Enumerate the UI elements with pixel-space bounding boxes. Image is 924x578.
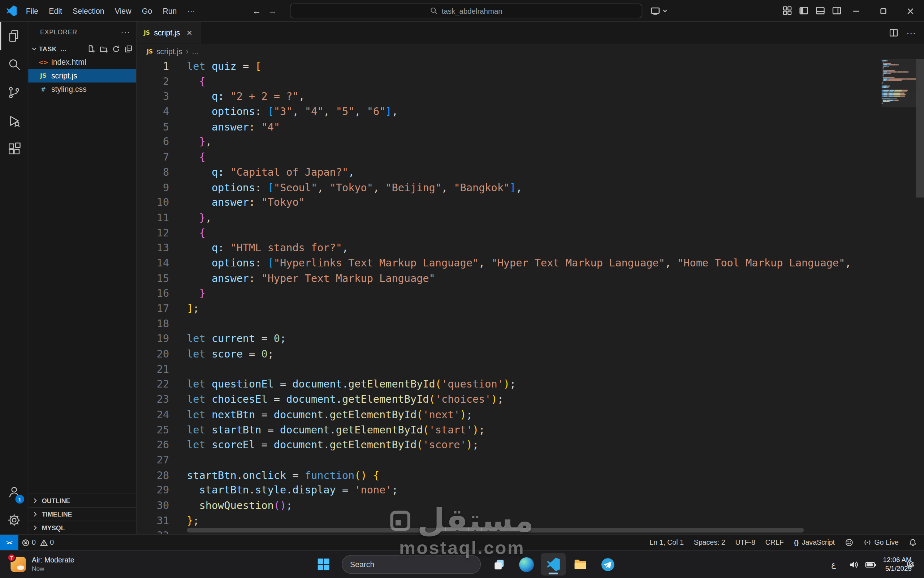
code-line-10[interactable]: 10 answer: "Tokyo" — [136, 195, 879, 210]
file-item-script.js[interactable]: JSscript.js — [28, 69, 136, 83]
code-line-22[interactable]: 22let questionEl = document.getElementBy… — [136, 377, 879, 392]
code-line-8[interactable]: 8 q: "Capital of Japan?", — [136, 165, 879, 180]
code-line-30[interactable]: 30 showQuestion(); — [136, 498, 879, 513]
code-line-12[interactable]: 12 { — [136, 226, 879, 241]
code-line-15[interactable]: 15 answer: "Hyper Text Markup Language" — [136, 271, 879, 286]
breadcrumb[interactable]: JS script.js › ... — [136, 44, 924, 59]
code-line-13[interactable]: 13 q: "HTML stands for?", — [136, 241, 879, 256]
split-editor-icon[interactable] — [889, 28, 898, 37]
file-item-index.html[interactable]: <>index.html — [28, 55, 136, 69]
code-line-18[interactable]: 18 — [136, 317, 879, 332]
encoding-status[interactable]: UTF-8 — [735, 539, 755, 547]
code-line-5[interactable]: 5 answer: "4" — [136, 120, 879, 135]
customize-layout-icon[interactable] — [782, 6, 792, 15]
activitybar-extensions-icon[interactable] — [0, 135, 28, 163]
code-editor[interactable]: 1let quiz = [2 {3 q: "2 + 2 = ?",4 optio… — [136, 59, 924, 534]
panel-timeline[interactable]: TIMELINE — [28, 507, 136, 521]
breadcrumb-file[interactable]: script.js — [156, 47, 183, 56]
collapse-all-icon[interactable] — [124, 44, 133, 53]
code-line-21[interactable]: 21 — [136, 362, 879, 377]
task-view-button[interactable] — [487, 554, 512, 576]
code-line-2[interactable]: 2 { — [136, 74, 879, 89]
edge-browser-icon[interactable] — [514, 554, 539, 576]
activitybar-run-debug-icon[interactable] — [0, 107, 28, 135]
go-live-button[interactable]: Go Live — [863, 539, 898, 547]
code-line-14[interactable]: 14 options: ["Hyperlinks Text Markup Lan… — [136, 256, 879, 271]
menu-view[interactable]: View — [110, 4, 136, 18]
code-line-1[interactable]: 1let quiz = [ — [136, 59, 879, 74]
activitybar-search-icon[interactable] — [0, 50, 28, 78]
menu-go[interactable]: Go — [136, 4, 157, 18]
minimap-slider[interactable] — [882, 59, 916, 107]
activitybar-explorer-icon[interactable] — [0, 22, 28, 50]
panel-outline[interactable]: OUTLINE — [28, 494, 136, 508]
battery-icon[interactable] — [866, 560, 877, 570]
language-indicator[interactable]: ع — [831, 560, 836, 568]
code-line-24[interactable]: 24let nextBtn = document.getElementById(… — [136, 408, 879, 422]
code-line-16[interactable]: 16 } — [136, 286, 879, 302]
remote-indicator-button[interactable]: >< — [0, 535, 18, 550]
code-line-23[interactable]: 23let choicesEl = document.getElementByI… — [136, 392, 879, 408]
command-center-search[interactable]: task_abdelrahman — [290, 3, 642, 18]
language-mode-status[interactable]: {} JavaScript — [794, 539, 835, 547]
vscode-taskbar-icon[interactable] — [541, 554, 566, 576]
code-line-9[interactable]: 9 options: ["Seoul", "Tokyo", "Beijing",… — [136, 180, 879, 195]
code-line-27[interactable]: 27 — [136, 453, 879, 468]
file-item-styling.css[interactable]: #styling.css — [28, 83, 136, 96]
menu-edit[interactable]: Edit — [44, 4, 68, 18]
code-line-7[interactable]: 7 { — [136, 150, 879, 165]
eol-status[interactable]: CRLF — [765, 539, 784, 547]
window-minimize-button[interactable] — [843, 0, 870, 22]
tab-scriptjs[interactable]: JS script.js ✕ — [136, 22, 201, 43]
breadcrumb-symbol[interactable]: ... — [192, 47, 198, 56]
menu-run[interactable]: Run — [157, 4, 182, 18]
remote-window-dropdown[interactable] — [648, 3, 670, 19]
code-line-25[interactable]: 25let startBtn = document.getElementById… — [136, 422, 879, 438]
vertical-scrollbar[interactable] — [916, 59, 924, 197]
editor-more-actions-button[interactable]: ··· — [906, 28, 916, 38]
explorer-more-button[interactable]: ··· — [121, 28, 130, 36]
new-file-icon[interactable] — [87, 44, 95, 53]
menu-file[interactable]: File — [21, 4, 44, 18]
file-explorer-icon[interactable] — [568, 554, 593, 576]
menu-more[interactable]: ··· — [182, 4, 201, 18]
refresh-icon[interactable] — [112, 44, 120, 53]
code-line-28[interactable]: 28startBtn.onclick = function() { — [136, 468, 879, 483]
telegram-icon[interactable] — [595, 554, 620, 576]
new-folder-icon[interactable] — [100, 44, 108, 53]
nav-forward-icon[interactable]: → — [268, 5, 277, 16]
start-button[interactable] — [311, 554, 336, 576]
notifications-bell-icon[interactable] — [909, 539, 917, 547]
tab-close-icon[interactable]: ✕ — [184, 28, 195, 38]
code-line-31[interactable]: 31}; — [136, 513, 879, 528]
code-line-17[interactable]: 17]; — [136, 302, 879, 317]
toggle-sidebar-icon[interactable] — [799, 6, 808, 15]
explorer-section-header[interactable]: TASK_... — [28, 42, 136, 56]
code-line-20[interactable]: 20let score = 0; — [136, 347, 879, 362]
activitybar-account-icon[interactable]: 1 — [0, 478, 28, 506]
window-close-button[interactable] — [897, 0, 924, 22]
taskbar-search-box[interactable]: Search — [342, 555, 481, 574]
volume-icon[interactable] — [849, 560, 859, 570]
cursor-position-status[interactable]: Ln 1, Col 1 — [649, 539, 684, 547]
minimap[interactable] — [882, 60, 916, 534]
weather-widget[interactable]: 7 Air: Moderate Now — [6, 551, 79, 578]
code-line-26[interactable]: 26let scoreEl = document.getElementById(… — [136, 438, 879, 453]
menu-selection[interactable]: Selection — [68, 4, 110, 18]
problems-status[interactable]: 0 0 — [18, 535, 57, 550]
panel-mysql[interactable]: MYSQL — [28, 521, 136, 535]
code-line-6[interactable]: 6 }, — [136, 135, 879, 150]
code-line-4[interactable]: 4 options: ["3", "4", "5", "6"], — [136, 104, 879, 120]
code-line-11[interactable]: 11 }, — [136, 210, 879, 226]
code-line-29[interactable]: 29 startBtn.style.display = 'none'; — [136, 483, 879, 498]
activitybar-settings-gear-icon[interactable] — [0, 506, 28, 534]
toggle-secondary-sidebar-icon[interactable] — [832, 6, 841, 15]
activitybar-source-control-icon[interactable] — [0, 78, 28, 107]
code-line-19[interactable]: 19let current = 0; — [136, 331, 879, 347]
indentation-status[interactable]: Spaces: 2 — [694, 539, 725, 547]
code-line-3[interactable]: 3 q: "2 + 2 = ?", — [136, 89, 879, 104]
toggle-panel-icon[interactable] — [816, 6, 825, 15]
feedback-smiley-icon[interactable] — [845, 539, 853, 547]
window-maximize-button[interactable] — [870, 0, 897, 22]
nav-back-icon[interactable]: ← — [252, 5, 261, 16]
